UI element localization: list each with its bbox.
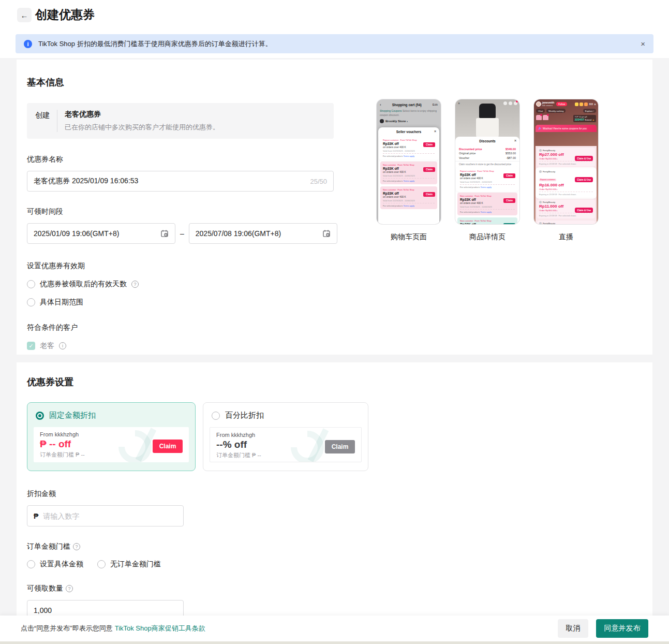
radio-unchecked[interactable] [97,560,106,568]
agreement-text: 点击“同意并发布”即表示您同意TikTok Shop商家促销工具条款 [21,624,205,633]
model-top [479,104,496,118]
explore-pill: Explore › [583,109,596,113]
radio-unchecked[interactable] [212,412,220,420]
coupon-type-desc: 已在你的店铺中多次购买的客户才能使用的优惠券。 [65,123,219,132]
help-icon[interactable]: ? [131,281,139,288]
back-button[interactable]: ← [17,8,32,22]
footer-bar: 点击“同意并发布”即表示您同意TikTok Shop商家促销工具条款 取消 同意… [0,616,669,641]
customer-option-repeat: 老客 i [27,341,344,350]
eligible-customers-label: 符合条件的客户 [27,323,344,332]
radio-unchecked[interactable] [27,280,35,288]
creation-prefix: 创建 [35,110,50,132]
radio-unchecked[interactable] [27,298,35,306]
party-icon [538,127,541,130]
claim-button: Claim [423,192,435,197]
banner-close-icon[interactable]: × [641,40,645,48]
ranking-pill: Weekly ranking [546,109,566,113]
flame-icon: ▲ [592,119,594,121]
discount-amount-input[interactable] [43,512,177,520]
rank-stat-box: TOP 10 get gift 223457 Extend ▲ [573,115,596,122]
info-circle-icon[interactable]: i [59,342,66,349]
claim-button: Claim [503,223,515,225]
help-icon[interactable]: ? [73,543,80,550]
voucher-card: New customerFrom TikTok Shop Rp33K off o… [457,217,517,225]
follow-button: Follow [556,102,567,106]
help-icon[interactable]: ? [66,585,73,592]
voucher-list: Repeat customerFrom TikTok Shop Rp33K of… [455,167,519,225]
banner-text: TikTok Shop 折扣的最低消费门槛基于使用商家优惠券后的订单金额进行计算… [38,39,272,49]
page-title: 创建优惠券 [35,7,95,23]
pdp-caption: 商品详情页 [455,232,519,242]
claim-quantity-label: 可领取数量 ? [27,584,420,593]
voucher-card: Repeat customerFrom TikTok Shop Rp33K of… [380,137,437,159]
basic-info-card: 基本信息 创建 老客优惠券 已在你的店铺中多次购买的客户才能使用的优惠券。 优惠… [17,60,652,355]
voucher-preview: From kkkhzhgh ₱ -- off 订单金额门槛 ₱ -- Claim [34,427,189,462]
submit-button[interactable]: 同意并发布 [596,619,648,638]
live-coupon-card: FentyBeauty Repeat customer Rp16.000 off… [537,169,595,197]
order-threshold-label: 订单金额门槛 ? [27,542,420,551]
host-avatar [536,101,541,107]
top-bar: ← 创建优惠券 i TikTok Shop 折扣的最低消费门槛基于使用商家优惠券… [0,0,669,58]
discounts-sheet: Discounts× Discounted price$546.00Origin… [455,137,519,224]
radio-unchecked[interactable] [27,560,35,568]
terms-link[interactable]: TikTok Shop商家促销工具条款 [115,624,205,632]
validity-option-range[interactable]: 具体日期范围 [27,298,344,307]
basic-info-title: 基本信息 [27,76,344,89]
chat-pill: Chat [536,109,545,113]
live-preview: janesmith 64k viewers Follow 808 × Chat … [534,99,598,224]
end-date-value: 2025/07/08 19:06(GMT+8) [196,229,281,238]
claim-period-label: 可领时间段 [27,207,344,216]
share-icon [509,101,512,105]
radio-checked[interactable] [36,412,44,420]
close-icon: × [514,139,516,142]
claim-use-button: Claim & Use [575,177,593,182]
live-caption: 直播 [534,232,598,242]
coupon-type-box: 创建 老客优惠券 已在你的店铺中多次购买的客户才能使用的优惠券。 [27,103,334,139]
info-icon: i [24,40,32,48]
gift-icon [584,103,588,106]
discount-type-fixed-amount[interactable]: 固定金额折扣 From kkkhzhgh ₱ -- off 订单金额门槛 ₱ -… [27,402,196,471]
coupon-name-field: 25/50 [27,171,334,192]
price-rows: Discounted price$546.00Original price$55… [455,145,519,159]
char-counter: 25/50 [310,178,327,185]
price-row: Original price$553.00 [459,152,516,155]
checkbox-checked-disabled [27,342,35,350]
peso-currency-symbol: ₱ [34,512,38,520]
claim-button: Claim [503,198,515,203]
voucher-card: New customerFrom TikTok Shop Rp33K off o… [457,193,517,215]
seller-vouchers-sheet: Seller vouchers× Repeat customerFrom Tik… [378,127,439,224]
coupon-name-input[interactable] [34,177,306,185]
divider [57,110,57,132]
bookmark-icon [503,101,507,105]
close-icon: × [458,101,460,105]
voucher-card: New customerFrom TikTok Shop Rp33K off o… [380,186,437,209]
start-date-picker[interactable]: 2025/01/09 19:06(GMT+8) [27,223,175,244]
cart-badge [516,100,518,103]
live-coupon-card: FentyBeauty Rp11.000 off Order Rp300.000… [537,221,595,224]
threshold-option-specific[interactable]: 设置具体金额 [27,560,83,569]
phone-previews: ‹ Shopping cart (54) Edit Shopping Coupo… [377,99,598,242]
coupon-settings-card: 优惠券设置 固定金额折扣 From kkkhzhgh ₱ -- off 订单金额… [17,362,652,644]
validity-option-days[interactable]: 优惠券被领取后的有效天数 ? [27,280,344,289]
voucher-card: New customerFrom TikTok Shop Rp33K off o… [380,162,437,184]
threshold-option-none[interactable]: 无订单金额门槛 [97,560,161,569]
date-range-separator: – [180,229,184,238]
price-row: Discounted price$546.00 [459,148,516,151]
voucher-card: Repeat customerFrom TikTok Shop Rp33K of… [457,168,517,191]
close-icon: × [594,103,596,106]
back-arrow-icon: ← [21,11,28,20]
claim-quantity-input[interactable] [34,606,177,614]
product-photo: × [455,99,519,141]
claim-button-preview: Claim [153,440,183,453]
voucher-preview: From kkkhzhgh --% off 订单金额门槛 ₱ -- Claim [210,427,362,462]
horizontal-scrollbar[interactable] [0,641,669,644]
claim-button: Claim [423,142,435,147]
claim-button-preview: Claim [325,440,355,453]
gift-icon [579,103,583,106]
live-coupon-list: FentyBeauty Rp27.000 off Order Rp200.000… [536,146,597,224]
claim-button: Claim [503,173,515,178]
discount-type-percentage[interactable]: 百分比折扣 From kkkhzhgh --% off 订单金额门槛 ₱ -- … [203,402,368,471]
validity-label: 设置优惠券有效期 [27,261,344,271]
cancel-button[interactable]: 取消 [558,619,588,638]
end-date-picker[interactable]: 2025/07/08 19:06(GMT+8) [189,223,337,244]
